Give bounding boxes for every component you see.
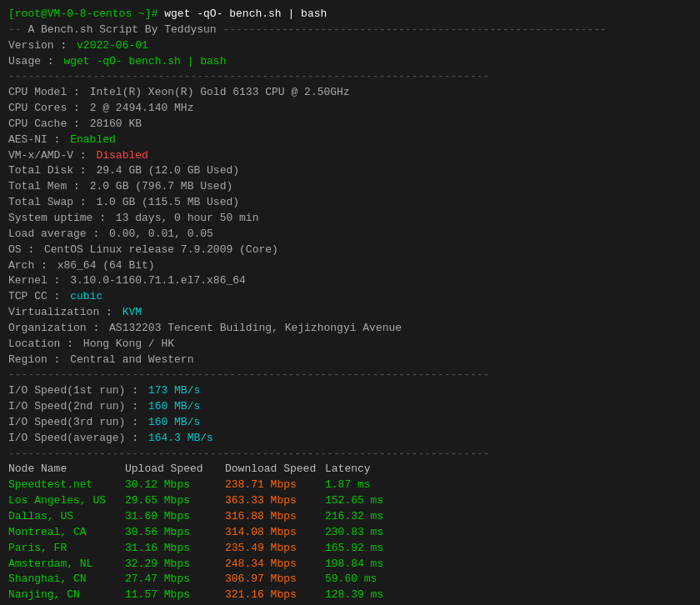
terminal-line: Arch : x86_64 (64 Bit) bbox=[8, 258, 692, 274]
terminal-line: Nanjing, CN11.57 Mbps321.16 Mbps128.39 m… bbox=[8, 588, 692, 603]
terminal-line: Montreal, CA30.56 Mbps314.08 Mbps230.83 … bbox=[8, 525, 692, 541]
terminal-line: ----------------------------------------… bbox=[8, 368, 692, 383]
terminal-line: I/O Speed(average) : 164.3 MB/s bbox=[8, 431, 692, 447]
terminal-line: Paris, FR31.16 Mbps235.49 Mbps165.92 ms bbox=[8, 541, 692, 557]
terminal-line: CPU Cache : 28160 KB bbox=[8, 117, 692, 132]
terminal-line: ----------------------------------------… bbox=[8, 69, 692, 85]
terminal-line: Speedtest.net30.12 Mbps238.71 Mbps1.87 m… bbox=[8, 478, 692, 493]
terminal-line: TCP CC : cubic bbox=[8, 289, 692, 305]
terminal-line: OS : CentOS Linux release 7.9.2009 (Core… bbox=[8, 242, 692, 258]
terminal-line: CPU Cores : 2 @ 2494.140 MHz bbox=[8, 101, 692, 117]
terminal-line: Amsterdam, NL32.29 Mbps248.34 Mbps198.84… bbox=[8, 557, 692, 572]
terminal-line: Dallas, US31.60 Mbps316.88 Mbps216.32 ms bbox=[8, 509, 692, 525]
terminal-line: Location : Hong Kong / HK bbox=[8, 337, 692, 352]
terminal-line: Kernel : 3.10.0-1160.71.1.el7.x86_64 bbox=[8, 273, 692, 289]
terminal-line: Version : v2022-06-01 bbox=[8, 38, 692, 54]
terminal-line: Load average : 0.00, 0.01, 0.05 bbox=[8, 227, 692, 242]
terminal-line: CPU Model : Intel(R) Xeon(R) Gold 6133 C… bbox=[8, 85, 692, 101]
terminal-line: ----------------------------------------… bbox=[8, 447, 692, 462]
terminal-line: Region : Central and Western bbox=[8, 352, 692, 368]
terminal-line: [root@VM-0-8-centos ~]# wget -qO- bench.… bbox=[8, 7, 692, 22]
terminal-line: Node NameUpload SpeedDownload SpeedLaten… bbox=[8, 462, 692, 478]
terminal-line: I/O Speed(2nd run) : 160 MB/s bbox=[8, 399, 692, 415]
terminal-line: Los Angeles, US29.65 Mbps363.33 Mbps152.… bbox=[8, 493, 692, 509]
terminal-line: Total Swap : 1.0 GB (115.5 MB Used) bbox=[8, 195, 692, 211]
terminal-line: -- A Bench.sh Script By Teddysun -------… bbox=[8, 22, 692, 38]
terminal-line: Virtualization : KVM bbox=[8, 305, 692, 321]
terminal-line: Organization : AS132203 Tencent Building… bbox=[8, 321, 692, 337]
terminal-line: System uptime : 13 days, 0 hour 50 min bbox=[8, 211, 692, 227]
terminal-line: Usage : wget -qO- bench.sh | bash bbox=[8, 54, 692, 70]
terminal-line: Shanghai, CN27.47 Mbps306.97 Mbps59.60 m… bbox=[8, 572, 692, 588]
terminal-line: I/O Speed(3rd run) : 160 MB/s bbox=[8, 415, 692, 431]
terminal-line: Total Disk : 29.4 GB (12.0 GB Used) bbox=[8, 163, 692, 179]
terminal-line: I/O Speed(1st run) : 173 MB/s bbox=[8, 383, 692, 399]
terminal-line: AES-NI : Enabled bbox=[8, 132, 692, 148]
terminal-line: Total Mem : 2.0 GB (796.7 MB Used) bbox=[8, 179, 692, 195]
terminal-line: VM-x/AMD-V : Disabled bbox=[8, 148, 692, 164]
